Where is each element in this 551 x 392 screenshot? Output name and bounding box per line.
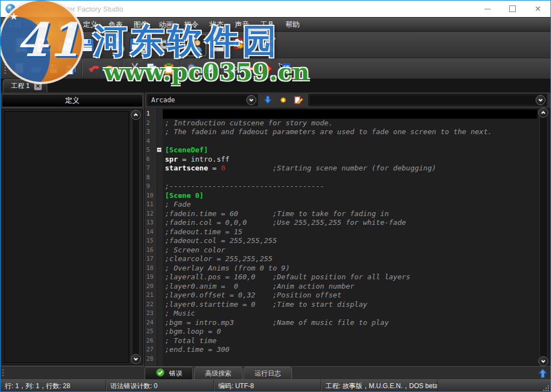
menu-bar: 工程编辑视图定义色表图像动画指令状态声音工具帮助	[1, 17, 550, 31]
code-line: 14;fadeout.time = 15	[145, 228, 537, 237]
code-editor[interactable]: 12; Introduction cutscene for story mode…	[145, 108, 550, 366]
scroll-up-icon[interactable]	[538, 108, 548, 118]
code-line: 16; Screen color	[145, 246, 537, 255]
bottom-grip[interactable]	[2, 369, 4, 378]
file-combobox-dropdown[interactable]	[536, 95, 546, 105]
menu-item-2[interactable]: 视图	[52, 18, 78, 32]
menu-item-0[interactable]: 工程	[2, 18, 27, 32]
code-segment: ;fadein.col = 0,0,0 ;Use 255,255,255 for…	[165, 218, 406, 227]
section-combobox[interactable]: Arcade	[147, 94, 258, 106]
chevron-up-icon	[540, 109, 547, 116]
nav-forward-button[interactable]	[258, 60, 276, 77]
edit-section-button[interactable]	[293, 95, 304, 106]
maximize-icon[interactable]	[500, 1, 525, 17]
copy-button[interactable]	[143, 60, 160, 77]
menu-item-10[interactable]: 工具	[255, 18, 280, 32]
undo-button[interactable]	[85, 60, 102, 77]
toolbar-separator	[152, 36, 153, 54]
tools-button[interactable]	[257, 34, 279, 56]
editor-scrollbar[interactable]	[538, 109, 550, 365]
close-icon[interactable]: ✕	[525, 1, 550, 17]
fold-column	[157, 246, 163, 255]
tab-close-icon[interactable]: ✕	[34, 82, 42, 90]
code-segment: intro.sff	[191, 155, 229, 163]
save-file-button[interactable]	[45, 60, 62, 77]
save-timed-button[interactable]	[127, 34, 149, 56]
goto-top-button[interactable]	[537, 368, 548, 379]
code-text: ;layer0.anim = 0 ;Anim action number	[163, 282, 537, 291]
open-project-button[interactable]	[54, 34, 76, 56]
help-wizard-button[interactable]	[228, 34, 250, 56]
toolbar-grip[interactable]	[4, 62, 6, 75]
import-section-button[interactable]	[262, 95, 273, 106]
code-segment: 0	[221, 164, 225, 172]
toolbar-grip[interactable]	[4, 35, 6, 54]
new-project-button[interactable]	[10, 34, 32, 56]
code-segment: ; Screen color	[165, 246, 225, 254]
find-in-files-button[interactable]	[201, 60, 218, 77]
menu-item-6[interactable]: 动画	[153, 18, 179, 32]
menu-item-1[interactable]: 编辑	[27, 18, 52, 32]
bottom-tab-0[interactable]: 错误	[145, 367, 193, 379]
goto-list-button[interactable]	[224, 60, 241, 77]
paste-button[interactable]	[160, 60, 177, 77]
tab-project-1[interactable]: 工程 1 ✕	[3, 79, 47, 92]
characters-button[interactable]	[184, 34, 206, 56]
line-number: 21	[145, 291, 157, 300]
tools-icon	[259, 36, 277, 54]
save-project-button[interactable]	[76, 34, 98, 56]
save-all-button[interactable]	[62, 60, 79, 77]
fold-column	[157, 155, 163, 164]
find-button[interactable]	[184, 60, 201, 77]
line-number: 26	[145, 336, 157, 346]
menu-item-8[interactable]: 状态	[204, 18, 229, 32]
scroll-down-icon[interactable]	[538, 356, 548, 366]
menu-item-9[interactable]: 声音	[229, 18, 255, 32]
run-settings-icon	[157, 36, 176, 54]
menu-item-7[interactable]: 指令	[179, 18, 204, 32]
star-icon	[278, 95, 288, 105]
definitions-list[interactable]	[4, 111, 129, 363]
bottom-tab-2[interactable]: 运行日志	[244, 367, 292, 379]
fold-marker-icon[interactable]: −	[157, 147, 162, 152]
close-project-button[interactable]	[32, 34, 54, 56]
redo-button[interactable]	[102, 60, 119, 77]
scrollbar-track[interactable]	[132, 117, 140, 357]
definitions-scrollbar[interactable]	[130, 111, 141, 363]
scroll-down-icon[interactable]	[131, 354, 141, 364]
line-number: 7	[145, 164, 157, 173]
resize-grip-icon[interactable]	[543, 385, 549, 391]
undo-icon	[87, 62, 101, 75]
scrollbar-track[interactable]	[539, 114, 548, 360]
menu-item-3[interactable]: 定义	[78, 18, 103, 32]
code-text: ;clearcolor = 255,255,255	[163, 255, 537, 264]
scroll-up-icon[interactable]	[131, 110, 141, 120]
section-combobox-dropdown[interactable]	[246, 95, 256, 105]
code-text: ;end.time = 300	[163, 345, 537, 355]
close-project-icon	[35, 36, 52, 54]
cut-button[interactable]	[126, 60, 143, 77]
new-section-button[interactable]	[278, 95, 289, 106]
code-segment: ; Introduction cutscene for story mode.	[165, 119, 333, 127]
open-recent-button[interactable]	[105, 34, 127, 56]
open-file-button[interactable]	[27, 60, 45, 77]
chevron-down-icon	[248, 97, 255, 103]
new-file-button[interactable]	[10, 60, 27, 77]
nav-back-button[interactable]	[241, 60, 258, 77]
cm-check-button[interactable]: cm	[276, 60, 293, 77]
status-segment-text: 编码: UTF-8	[218, 382, 254, 391]
bottom-tab-1[interactable]: 高级搜索	[194, 367, 243, 379]
run-settings-button[interactable]	[156, 34, 178, 56]
menu-item-5[interactable]: 图像	[128, 18, 153, 32]
line-number: 16	[145, 246, 157, 255]
minimize-icon[interactable]	[475, 1, 500, 17]
code-segment: ;clearcolor = 255,255,255	[165, 255, 273, 263]
code-text: startscene = 0 ;Starting scene number (f…	[163, 164, 537, 173]
stage-image-button[interactable]	[206, 34, 228, 56]
menu-item-4[interactable]: 色表	[103, 18, 128, 32]
toolbar-separator	[81, 62, 82, 76]
menu-item-11[interactable]: 帮助	[280, 18, 305, 32]
nav-back-icon	[244, 62, 257, 75]
file-combobox[interactable]	[308, 94, 547, 106]
code-segment: ;fadeout.col = 255,255,255	[165, 236, 277, 245]
